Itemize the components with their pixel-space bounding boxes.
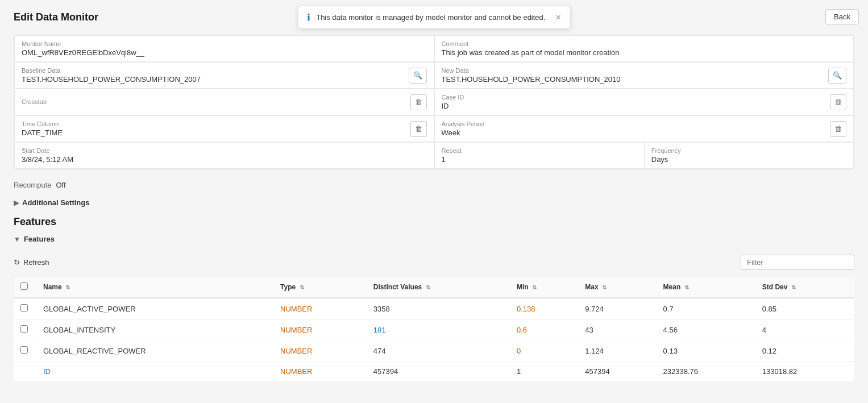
row-name: GLOBAL_ACTIVE_POWER — [36, 298, 273, 319]
new-data-search-button[interactable]: 🔍 — [828, 68, 846, 84]
time-column-delete-button[interactable]: 🗑 — [410, 121, 427, 137]
baseline-data-field: Baseline Data TEST.HOUSEHOLD_POWER_CONSU… — [14, 62, 434, 89]
form-section: Monitor Name OML_wfR8VEz0REGElbDxeVqi8w_… — [14, 35, 854, 169]
repeat-value: 1 — [442, 155, 637, 164]
row-checkbox-cell — [14, 298, 36, 319]
row-type: NUMBER — [273, 340, 367, 362]
row-std-dev: 0.12 — [755, 340, 854, 362]
recompute-label: Recompute — [14, 181, 51, 189]
table-row: GLOBAL_INTENSITYNUMBER1810.6434.564 — [14, 319, 854, 340]
monitor-name-field: Monitor Name OML_wfR8VEz0REGElbDxeVqi8w_… — [14, 35, 434, 62]
row-distinct: 457394 — [367, 362, 510, 382]
recompute-value: Off — [56, 181, 65, 189]
col-type-header[interactable]: Type ⇅ — [273, 277, 367, 298]
row-name: ID — [36, 362, 273, 382]
comment-label: Comment — [442, 40, 847, 47]
type-sort-icon: ⇅ — [300, 284, 304, 290]
row-mean: 0.13 — [657, 340, 755, 362]
col-name-header[interactable]: Name ⇅ — [36, 277, 273, 298]
select-all-header[interactable] — [14, 277, 36, 298]
analysis-period-label: Analysis Period — [442, 121, 830, 127]
repeat-frequency-cell: Repeat 1 Frequency Days — [434, 142, 854, 169]
row-std-dev: 0.85 — [755, 298, 854, 319]
row-checkbox[interactable] — [20, 304, 28, 311]
col-distinct-header[interactable]: Distinct Values ⇅ — [367, 277, 510, 298]
crosstab-delete-button[interactable]: 🗑 — [410, 94, 427, 110]
case-id-label: Case ID — [442, 94, 830, 101]
frequency-label: Frequency — [651, 147, 846, 154]
comment-value: This job was created as part of model mo… — [442, 48, 847, 57]
crosstab-label: Crosstab — [22, 98, 410, 105]
analysis-period-delete-button[interactable]: 🗑 — [830, 121, 846, 137]
col-max-header[interactable]: Max ⇅ — [578, 277, 656, 298]
col-min-header[interactable]: Min ⇅ — [510, 277, 578, 298]
recompute-row: Recompute Off — [14, 176, 854, 194]
mean-sort-icon: ⇅ — [684, 284, 689, 290]
toast-close-button[interactable]: × — [555, 13, 560, 23]
row-mean: 4.56 — [657, 319, 755, 340]
features-collapsible-toggle[interactable]: ▼ Features — [14, 235, 854, 243]
table-row: IDNUMBER4573941457394232338.76133018.82 — [14, 362, 854, 382]
comment-field: Comment This job was created as part of … — [434, 35, 854, 62]
start-date-field: Start Date 3/8/24, 5:12 AM — [14, 142, 434, 169]
row-checkbox[interactable] — [20, 346, 28, 354]
frequency-field: Frequency Days — [644, 143, 853, 168]
refresh-button[interactable]: ↻ Refresh — [14, 258, 49, 267]
baseline-data-value: TEST.HOUSEHOLD_POWER_CONSUMPTION_2007 — [22, 75, 409, 84]
col-mean-header[interactable]: Mean ⇅ — [657, 277, 755, 298]
name-sort-icon: ⇅ — [65, 284, 70, 290]
row-max: 9.724 — [578, 298, 656, 319]
frequency-value: Days — [651, 155, 846, 164]
repeat-field: Repeat 1 — [435, 143, 644, 168]
new-data-label: New Data — [442, 67, 829, 74]
row-type: NUMBER — [273, 362, 367, 382]
table-toolbar: ↻ Refresh — [14, 250, 854, 275]
row-std-dev: 4 — [755, 319, 854, 340]
toast-banner: ℹ This data monitor is managed by model … — [297, 6, 571, 29]
additional-settings-toggle[interactable]: ▶ Additional Settings — [14, 198, 854, 207]
min-sort-icon: ⇅ — [532, 284, 537, 290]
analysis-period-value: Week — [442, 128, 830, 137]
chevron-right-icon: ▶ — [14, 199, 19, 207]
info-icon: ℹ — [307, 12, 310, 23]
row-min: 0.138 — [510, 298, 578, 319]
row-max: 457394 — [578, 362, 656, 382]
row-distinct: 3358 — [367, 298, 510, 319]
new-data-field: New Data TEST.HOUSEHOLD_POWER_CONSUMPTIO… — [434, 62, 854, 89]
chevron-down-icon: ▼ — [14, 235, 20, 243]
case-id-value: ID — [442, 102, 830, 110]
row-name: GLOBAL_REACTIVE_POWER — [36, 340, 273, 362]
monitor-name-label: Monitor Name — [22, 40, 427, 47]
analysis-period-field: Analysis Period Week 🗑 — [434, 115, 854, 142]
row-checkbox[interactable] — [20, 325, 28, 333]
row-name: GLOBAL_INTENSITY — [36, 319, 273, 340]
select-all-checkbox[interactable] — [20, 282, 28, 290]
row-std-dev: 133018.82 — [755, 362, 854, 382]
case-id-field: Case ID ID 🗑 — [434, 89, 854, 115]
features-section-title: Features — [14, 216, 854, 228]
row-checkbox-cell — [14, 340, 36, 362]
row-distinct: 181 — [367, 319, 510, 340]
back-button[interactable]: Back — [825, 9, 859, 24]
case-id-delete-button[interactable]: 🗑 — [830, 94, 846, 110]
repeat-label: Repeat — [442, 147, 637, 154]
row-min: 0.6 — [510, 319, 578, 340]
features-table: Name ⇅ Type ⇅ Distinct Values ⇅ Min ⇅ Ma… — [14, 277, 854, 382]
row-mean: 232338.76 — [657, 362, 755, 382]
new-data-value: TEST.HOUSEHOLD_POWER_CONSUMPTION_2010 — [442, 75, 829, 84]
row-distinct: 474 — [367, 340, 510, 362]
table-row: GLOBAL_REACTIVE_POWERNUMBER47401.1240.13… — [14, 340, 854, 362]
time-column-value: DATE_TIME — [22, 128, 410, 137]
col-stddev-header[interactable]: Std Dev ⇅ — [755, 277, 854, 298]
row-min: 1 — [510, 362, 578, 382]
distinct-sort-icon: ⇅ — [426, 284, 430, 290]
features-collapsible-label: Features — [24, 235, 55, 243]
row-checkbox-cell — [14, 362, 36, 382]
row-min: 0 — [510, 340, 578, 362]
crosstab-field: Crosstab 🗑 — [14, 89, 434, 115]
row-type: NUMBER — [273, 319, 367, 340]
start-date-label: Start Date — [22, 147, 427, 154]
baseline-search-button[interactable]: 🔍 — [409, 68, 427, 84]
filter-input[interactable] — [741, 255, 854, 270]
row-type: NUMBER — [273, 298, 367, 319]
